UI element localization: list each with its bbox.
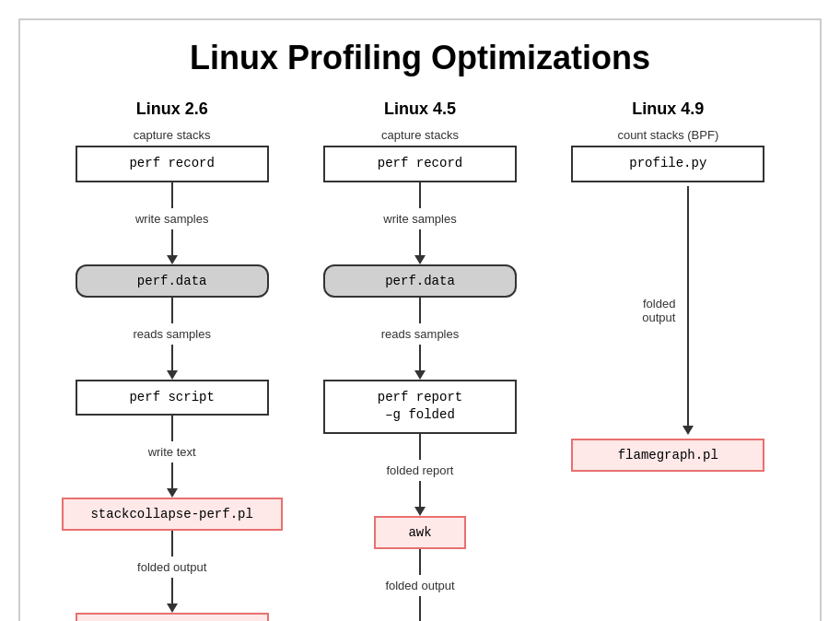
col1-arrow1-line bbox=[171, 182, 173, 208]
col2-arrow2-line bbox=[419, 298, 421, 323]
col2-perf-data: perf.data bbox=[323, 264, 517, 298]
col2-label-capture: capture stacks bbox=[381, 128, 459, 142]
col1-perf-data: perf.data bbox=[76, 264, 269, 298]
col2-label-folded-output: folded output bbox=[385, 579, 454, 592]
column-linux-4-9: Linux 4.9 count stacks (BPF) profile.py … bbox=[548, 100, 788, 472]
col1-arrow4-line bbox=[171, 531, 173, 557]
col1-arrow3-head bbox=[167, 488, 178, 498]
col1-arrow2-line2 bbox=[171, 345, 173, 370]
col1-label-write-samples: write samples bbox=[135, 212, 208, 226]
col3-long-arrow-container: foldedoutput bbox=[642, 186, 694, 435]
col2-arrow4-line bbox=[419, 549, 421, 575]
col2-perf-report: perf report –g folded bbox=[323, 380, 517, 434]
col2-label-reads-samples: reads samples bbox=[381, 327, 460, 341]
col1-label-capture: capture stacks bbox=[134, 128, 211, 142]
main-title: Linux Profiling Optimizations bbox=[48, 39, 792, 77]
col2-arrow2-head bbox=[414, 370, 426, 380]
col1-perf-record: perf record bbox=[76, 146, 269, 182]
col3-profile-py: profile.py bbox=[571, 146, 764, 182]
col2-title: Linux 4.5 bbox=[384, 100, 456, 119]
col1-stackcollapse: stackcollapse-perf.pl bbox=[62, 498, 283, 531]
col3-label-count: count stacks (BPF) bbox=[617, 128, 718, 142]
col1-arrow3-line2 bbox=[171, 463, 173, 488]
col1-arrow4-head bbox=[167, 603, 178, 613]
col3-flamegraph: flamegraph.pl bbox=[571, 439, 764, 472]
columns-container: Linux 2.6 capture stacks perf record wri… bbox=[48, 100, 792, 621]
col1-arrow2: reads samples bbox=[133, 298, 211, 380]
col2-arrow2: reads samples bbox=[381, 298, 460, 380]
col1-arrow1-head bbox=[167, 255, 178, 264]
column-linux-4-5: Linux 4.5 capture stacks perf record wri… bbox=[300, 100, 540, 621]
col2-arrow1: write samples bbox=[383, 182, 456, 264]
col1-arrow3-line bbox=[171, 416, 173, 441]
col1-arrow1: write samples bbox=[135, 182, 208, 264]
col2-perf-record: perf record bbox=[323, 146, 517, 182]
col2-label-write-samples: write samples bbox=[383, 212, 456, 226]
col1-arrow2-line bbox=[171, 298, 173, 323]
col3-long-arrow-head bbox=[682, 426, 694, 435]
col1-label-write-text: write text bbox=[148, 445, 196, 459]
column-linux-2-6: Linux 2.6 capture stacks perf record wri… bbox=[52, 100, 292, 621]
col1-arrow4-line2 bbox=[171, 578, 173, 603]
col1-title: Linux 2.6 bbox=[136, 100, 208, 119]
col2-arrow3-head bbox=[414, 507, 426, 516]
col2-arrow1-line2 bbox=[419, 229, 421, 255]
col1-perf-script: perf script bbox=[76, 380, 269, 416]
col3-long-arrow-line bbox=[687, 186, 689, 426]
col2-arrow3: folded report bbox=[386, 434, 453, 516]
diagram-container: Linux Profiling Optimizations Linux 2.6 … bbox=[18, 18, 822, 621]
col2-arrow3-line bbox=[419, 434, 421, 460]
col1-arrow3: write text bbox=[148, 416, 196, 498]
col2-arrow4-line2 bbox=[419, 596, 421, 621]
col3-long-arrow bbox=[682, 186, 694, 435]
col1-flamegraph: flamegraph.pl bbox=[76, 613, 269, 621]
col1-arrow1-line2 bbox=[171, 229, 173, 255]
col2-arrow3-line2 bbox=[419, 481, 421, 507]
col1-label-folded-output: folded output bbox=[137, 560, 206, 574]
col3-title: Linux 4.9 bbox=[632, 100, 704, 119]
col1-label-reads-samples: reads samples bbox=[133, 327, 211, 341]
col2-arrow1-head bbox=[414, 255, 426, 264]
col1-arrow4: folded output bbox=[137, 531, 206, 613]
col2-arrow1-line bbox=[419, 182, 421, 208]
col2-arrow2-line2 bbox=[419, 345, 421, 370]
col2-label-folded-report: folded report bbox=[386, 463, 453, 477]
col1-arrow2-head bbox=[167, 370, 178, 380]
col2-arrow4: folded output bbox=[385, 549, 454, 621]
col3-label-folded-output: foldedoutput bbox=[642, 297, 675, 324]
col2-awk: awk bbox=[374, 516, 466, 549]
